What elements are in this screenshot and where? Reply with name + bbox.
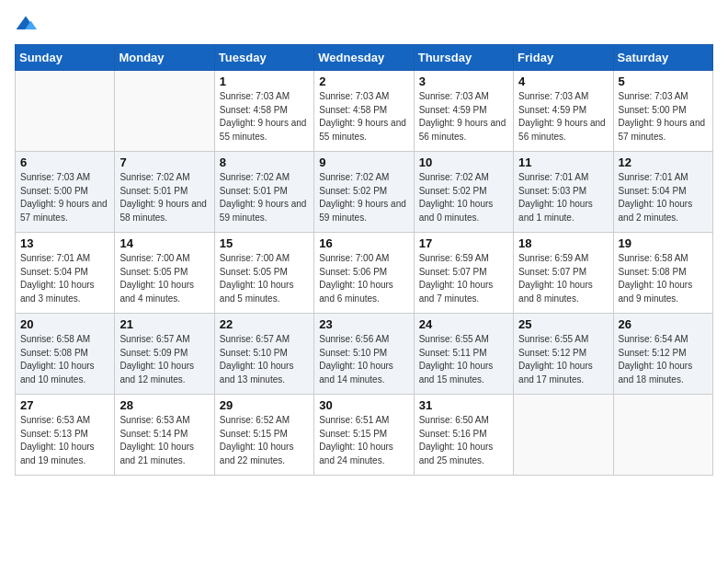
calendar-day-cell: 15Sunrise: 7:00 AMSunset: 5:05 PMDayligh… — [214, 233, 313, 314]
calendar-day-cell: 20Sunrise: 6:58 AMSunset: 5:08 PMDayligh… — [16, 314, 115, 395]
day-number: 6 — [20, 155, 109, 169]
day-number: 8 — [220, 155, 309, 169]
header-saturday: Saturday — [613, 45, 712, 71]
day-info: Sunrise: 7:02 AMSunset: 5:02 PMDaylight:… — [319, 171, 408, 224]
day-info: Sunrise: 7:03 AMSunset: 4:58 PMDaylight:… — [319, 90, 408, 144]
calendar-day-cell: 25Sunrise: 6:55 AMSunset: 5:12 PMDayligh… — [514, 314, 613, 395]
calendar-week-row: 27Sunrise: 6:53 AMSunset: 5:13 PMDayligh… — [16, 395, 713, 476]
calendar-day-cell: 19Sunrise: 6:58 AMSunset: 5:08 PMDayligh… — [613, 233, 712, 314]
day-info: Sunrise: 6:53 AMSunset: 5:13 PMDaylight:… — [20, 414, 109, 467]
day-info: Sunrise: 6:52 AMSunset: 5:15 PMDaylight:… — [220, 414, 309, 467]
header-monday: Monday — [115, 45, 214, 71]
day-number: 20 — [20, 317, 109, 331]
calendar-day-cell: 29Sunrise: 6:52 AMSunset: 5:15 PMDayligh… — [214, 395, 313, 476]
day-info: Sunrise: 6:51 AMSunset: 5:15 PMDaylight:… — [319, 414, 408, 467]
day-number: 15 — [220, 236, 309, 250]
day-info: Sunrise: 7:02 AMSunset: 5:02 PMDaylight:… — [419, 171, 508, 224]
day-info: Sunrise: 7:01 AMSunset: 5:03 PMDaylight:… — [518, 171, 608, 224]
day-number: 2 — [319, 75, 408, 88]
calendar-day-cell: 26Sunrise: 6:54 AMSunset: 5:12 PMDayligh… — [613, 314, 712, 395]
day-number: 4 — [518, 75, 608, 88]
day-info: Sunrise: 6:56 AMSunset: 5:10 PMDaylight:… — [319, 333, 408, 386]
day-number: 10 — [419, 155, 508, 169]
day-info: Sunrise: 6:50 AMSunset: 5:16 PMDaylight:… — [419, 414, 508, 467]
calendar-day-cell: 27Sunrise: 6:53 AMSunset: 5:13 PMDayligh… — [16, 395, 115, 476]
day-info: Sunrise: 6:54 AMSunset: 5:12 PMDaylight:… — [619, 333, 708, 386]
day-info: Sunrise: 7:03 AMSunset: 5:00 PMDaylight:… — [20, 171, 109, 224]
day-info: Sunrise: 7:03 AMSunset: 4:59 PMDaylight:… — [419, 90, 508, 144]
header-sunday: Sunday — [16, 45, 115, 71]
day-number: 21 — [119, 317, 209, 331]
day-info: Sunrise: 7:00 AMSunset: 5:05 PMDaylight:… — [119, 252, 209, 305]
day-info: Sunrise: 6:55 AMSunset: 5:12 PMDaylight:… — [518, 333, 608, 386]
calendar-day-cell — [115, 71, 214, 152]
calendar-week-row: 20Sunrise: 6:58 AMSunset: 5:08 PMDayligh… — [16, 314, 713, 395]
day-number: 12 — [619, 155, 708, 169]
calendar-day-cell: 3Sunrise: 7:03 AMSunset: 4:59 PMDaylight… — [414, 71, 513, 152]
day-number: 30 — [319, 398, 408, 412]
calendar-day-cell: 16Sunrise: 7:00 AMSunset: 5:06 PMDayligh… — [314, 233, 414, 314]
calendar-day-cell: 24Sunrise: 6:55 AMSunset: 5:11 PMDayligh… — [414, 314, 513, 395]
calendar-day-cell: 28Sunrise: 6:53 AMSunset: 5:14 PMDayligh… — [115, 395, 214, 476]
day-number: 24 — [419, 317, 508, 331]
calendar-day-cell — [16, 71, 115, 152]
day-info: Sunrise: 7:03 AMSunset: 5:00 PMDaylight:… — [619, 90, 708, 144]
calendar-day-cell: 31Sunrise: 6:50 AMSunset: 5:16 PMDayligh… — [414, 395, 513, 476]
calendar-day-cell: 9Sunrise: 7:02 AMSunset: 5:02 PMDaylight… — [314, 152, 414, 233]
calendar-week-row: 13Sunrise: 7:01 AMSunset: 5:04 PMDayligh… — [16, 233, 713, 314]
header-thursday: Thursday — [414, 45, 513, 71]
day-number: 31 — [419, 398, 508, 412]
calendar-day-cell: 2Sunrise: 7:03 AMSunset: 4:58 PMDaylight… — [314, 71, 414, 152]
calendar-week-row: 1Sunrise: 7:03 AMSunset: 4:58 PMDaylight… — [16, 71, 713, 152]
day-number: 27 — [20, 398, 109, 412]
calendar-day-cell: 22Sunrise: 6:57 AMSunset: 5:10 PMDayligh… — [214, 314, 313, 395]
day-info: Sunrise: 6:55 AMSunset: 5:11 PMDaylight:… — [419, 333, 508, 386]
calendar-day-cell: 21Sunrise: 6:57 AMSunset: 5:09 PMDayligh… — [115, 314, 214, 395]
day-info: Sunrise: 6:58 AMSunset: 5:08 PMDaylight:… — [20, 333, 109, 386]
day-number: 9 — [319, 155, 408, 169]
calendar-day-cell: 10Sunrise: 7:02 AMSunset: 5:02 PMDayligh… — [414, 152, 513, 233]
header-tuesday: Tuesday — [214, 45, 313, 71]
logo-icon — [15, 15, 37, 33]
day-info: Sunrise: 7:00 AMSunset: 5:05 PMDaylight:… — [220, 252, 309, 305]
calendar-day-cell: 13Sunrise: 7:01 AMSunset: 5:04 PMDayligh… — [16, 233, 115, 314]
day-info: Sunrise: 7:02 AMSunset: 5:01 PMDaylight:… — [119, 171, 209, 224]
day-info: Sunrise: 7:02 AMSunset: 5:01 PMDaylight:… — [220, 171, 309, 224]
logo — [15, 15, 40, 33]
calendar-day-cell: 11Sunrise: 7:01 AMSunset: 5:03 PMDayligh… — [514, 152, 613, 233]
day-info: Sunrise: 6:59 AMSunset: 5:07 PMDaylight:… — [419, 252, 508, 305]
calendar-day-cell: 6Sunrise: 7:03 AMSunset: 5:00 PMDaylight… — [16, 152, 115, 233]
page-header — [15, 15, 713, 33]
calendar-day-cell: 1Sunrise: 7:03 AMSunset: 4:58 PMDaylight… — [214, 71, 313, 152]
calendar-day-cell: 23Sunrise: 6:56 AMSunset: 5:10 PMDayligh… — [314, 314, 414, 395]
day-number: 25 — [518, 317, 608, 331]
calendar-day-cell: 4Sunrise: 7:03 AMSunset: 4:59 PMDaylight… — [514, 71, 613, 152]
day-info: Sunrise: 7:01 AMSunset: 5:04 PMDaylight:… — [20, 252, 109, 305]
day-info: Sunrise: 7:03 AMSunset: 4:59 PMDaylight:… — [518, 90, 608, 144]
day-number: 28 — [119, 398, 209, 412]
header-wednesday: Wednesday — [314, 45, 414, 71]
day-info: Sunrise: 6:59 AMSunset: 5:07 PMDaylight:… — [518, 252, 608, 305]
calendar-day-cell: 5Sunrise: 7:03 AMSunset: 5:00 PMDaylight… — [613, 71, 712, 152]
day-info: Sunrise: 6:58 AMSunset: 5:08 PMDaylight:… — [619, 252, 708, 305]
calendar-day-cell: 7Sunrise: 7:02 AMSunset: 5:01 PMDaylight… — [115, 152, 214, 233]
calendar-day-cell: 18Sunrise: 6:59 AMSunset: 5:07 PMDayligh… — [514, 233, 613, 314]
day-info: Sunrise: 7:03 AMSunset: 4:58 PMDaylight:… — [220, 90, 309, 144]
calendar-day-cell — [613, 395, 712, 476]
day-number: 14 — [119, 236, 209, 250]
day-info: Sunrise: 7:01 AMSunset: 5:04 PMDaylight:… — [619, 171, 708, 224]
calendar-week-row: 6Sunrise: 7:03 AMSunset: 5:00 PMDaylight… — [16, 152, 713, 233]
day-number: 16 — [319, 236, 408, 250]
calendar-header-row: SundayMondayTuesdayWednesdayThursdayFrid… — [16, 45, 713, 71]
calendar-day-cell: 17Sunrise: 6:59 AMSunset: 5:07 PMDayligh… — [414, 233, 513, 314]
day-info: Sunrise: 7:00 AMSunset: 5:06 PMDaylight:… — [319, 252, 408, 305]
day-number: 23 — [319, 317, 408, 331]
day-info: Sunrise: 6:57 AMSunset: 5:09 PMDaylight:… — [119, 333, 209, 386]
calendar-day-cell — [514, 395, 613, 476]
header-friday: Friday — [514, 45, 613, 71]
day-number: 26 — [619, 317, 708, 331]
day-number: 7 — [119, 155, 209, 169]
calendar-day-cell: 30Sunrise: 6:51 AMSunset: 5:15 PMDayligh… — [314, 395, 414, 476]
day-info: Sunrise: 6:53 AMSunset: 5:14 PMDaylight:… — [119, 414, 209, 467]
calendar-table: SundayMondayTuesdayWednesdayThursdayFrid… — [15, 44, 713, 476]
